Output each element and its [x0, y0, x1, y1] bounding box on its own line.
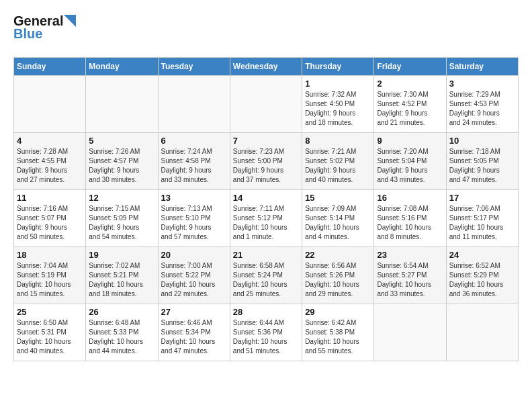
day-info: Sunrise: 7:15 AM Sunset: 5:09 PM Dayligh… — [89, 204, 154, 242]
calendar-cell: 6Sunrise: 7:24 AM Sunset: 4:58 PM Daylig… — [158, 133, 230, 190]
day-number: 10 — [449, 136, 515, 146]
header-cell-tuesday: Tuesday — [158, 58, 230, 76]
day-number: 7 — [233, 136, 299, 146]
calendar-cell — [14, 76, 86, 133]
day-info: Sunrise: 6:50 AM Sunset: 5:31 PM Dayligh… — [17, 318, 83, 356]
day-info: Sunrise: 7:04 AM Sunset: 5:19 PM Dayligh… — [17, 261, 83, 299]
day-info: Sunrise: 6:48 AM Sunset: 5:33 PM Dayligh… — [89, 318, 154, 356]
day-number: 25 — [17, 307, 83, 317]
day-number: 17 — [449, 193, 515, 203]
day-info: Sunrise: 7:16 AM Sunset: 5:07 PM Dayligh… — [17, 204, 83, 242]
day-number: 22 — [305, 250, 371, 260]
day-info: Sunrise: 7:32 AM Sunset: 4:50 PM Dayligh… — [305, 90, 371, 128]
calendar-cell: 12Sunrise: 7:15 AM Sunset: 5:09 PM Dayli… — [86, 190, 158, 247]
calendar-cell: 11Sunrise: 7:16 AM Sunset: 5:07 PM Dayli… — [14, 190, 86, 247]
day-number: 27 — [161, 307, 227, 317]
week-row-4: 18Sunrise: 7:04 AM Sunset: 5:19 PM Dayli… — [14, 247, 519, 304]
day-info: Sunrise: 7:24 AM Sunset: 4:58 PM Dayligh… — [161, 147, 227, 185]
week-row-5: 25Sunrise: 6:50 AM Sunset: 5:31 PM Dayli… — [14, 304, 519, 361]
calendar-cell — [446, 304, 518, 361]
day-info: Sunrise: 6:54 AM Sunset: 5:27 PM Dayligh… — [377, 261, 443, 299]
day-number: 20 — [161, 250, 227, 260]
calendar-cell: 21Sunrise: 6:58 AM Sunset: 5:24 PM Dayli… — [230, 247, 302, 304]
day-number: 18 — [17, 250, 83, 260]
logo: General Blue — [13, 13, 94, 50]
calendar-cell — [86, 76, 158, 133]
calendar-cell: 26Sunrise: 6:48 AM Sunset: 5:33 PM Dayli… — [86, 304, 158, 361]
day-number: 24 — [449, 250, 515, 260]
calendar-cell: 2Sunrise: 7:30 AM Sunset: 4:52 PM Daylig… — [374, 76, 446, 133]
day-info: Sunrise: 7:02 AM Sunset: 5:21 PM Dayligh… — [89, 261, 154, 299]
day-number: 4 — [17, 136, 83, 146]
day-info: Sunrise: 7:21 AM Sunset: 5:02 PM Dayligh… — [305, 147, 371, 185]
day-number: 5 — [89, 136, 154, 146]
week-row-2: 4Sunrise: 7:28 AM Sunset: 4:55 PM Daylig… — [14, 133, 519, 190]
calendar-cell: 16Sunrise: 7:08 AM Sunset: 5:16 PM Dayli… — [374, 190, 446, 247]
day-info: Sunrise: 7:28 AM Sunset: 4:55 PM Dayligh… — [17, 147, 83, 185]
day-number: 2 — [377, 79, 443, 89]
calendar-cell: 24Sunrise: 6:52 AM Sunset: 5:29 PM Dayli… — [446, 247, 518, 304]
day-number: 16 — [377, 193, 443, 203]
day-info: Sunrise: 7:11 AM Sunset: 5:12 PM Dayligh… — [233, 204, 299, 242]
calendar-cell — [374, 304, 446, 361]
calendar-table: SundayMondayTuesdayWednesdayThursdayFrid… — [13, 57, 519, 361]
header-cell-wednesday: Wednesday — [230, 58, 302, 76]
day-info: Sunrise: 7:00 AM Sunset: 5:22 PM Dayligh… — [161, 261, 227, 299]
calendar-cell — [158, 76, 230, 133]
day-number: 19 — [89, 250, 154, 260]
header-cell-sunday: Sunday — [14, 58, 86, 76]
calendar-cell: 1Sunrise: 7:32 AM Sunset: 4:50 PM Daylig… — [302, 76, 374, 133]
logo-triangle — [64, 15, 76, 27]
calendar-cell: 23Sunrise: 6:54 AM Sunset: 5:27 PM Dayli… — [374, 247, 446, 304]
header-cell-monday: Monday — [86, 58, 158, 76]
calendar-cell: 3Sunrise: 7:29 AM Sunset: 4:53 PM Daylig… — [446, 76, 518, 133]
calendar-cell: 9Sunrise: 7:20 AM Sunset: 5:04 PM Daylig… — [374, 133, 446, 190]
day-number: 23 — [377, 250, 443, 260]
calendar-cell: 17Sunrise: 7:06 AM Sunset: 5:17 PM Dayli… — [446, 190, 518, 247]
day-number: 6 — [161, 136, 227, 146]
calendar-cell: 22Sunrise: 6:56 AM Sunset: 5:26 PM Dayli… — [302, 247, 374, 304]
header-cell-thursday: Thursday — [302, 58, 374, 76]
day-number: 8 — [305, 136, 371, 146]
week-row-1: 1Sunrise: 7:32 AM Sunset: 4:50 PM Daylig… — [14, 76, 519, 133]
calendar-cell: 5Sunrise: 7:26 AM Sunset: 4:57 PM Daylig… — [86, 133, 158, 190]
calendar-cell: 27Sunrise: 6:46 AM Sunset: 5:34 PM Dayli… — [158, 304, 230, 361]
calendar-body: 1Sunrise: 7:32 AM Sunset: 4:50 PM Daylig… — [14, 76, 519, 361]
day-info: Sunrise: 7:06 AM Sunset: 5:17 PM Dayligh… — [449, 204, 515, 242]
calendar-cell: 14Sunrise: 7:11 AM Sunset: 5:12 PM Dayli… — [230, 190, 302, 247]
calendar-header: SundayMondayTuesdayWednesdayThursdayFrid… — [14, 58, 519, 76]
calendar-cell: 18Sunrise: 7:04 AM Sunset: 5:19 PM Dayli… — [14, 247, 86, 304]
day-info: Sunrise: 7:29 AM Sunset: 4:53 PM Dayligh… — [449, 90, 515, 128]
day-info: Sunrise: 7:20 AM Sunset: 5:04 PM Dayligh… — [377, 147, 443, 185]
day-info: Sunrise: 6:56 AM Sunset: 5:26 PM Dayligh… — [305, 261, 371, 299]
day-number: 3 — [449, 79, 515, 89]
logo-blue-text: Blue — [13, 26, 42, 42]
calendar-cell: 13Sunrise: 7:13 AM Sunset: 5:10 PM Dayli… — [158, 190, 230, 247]
calendar-cell: 19Sunrise: 7:02 AM Sunset: 5:21 PM Dayli… — [86, 247, 158, 304]
day-info: Sunrise: 7:18 AM Sunset: 5:05 PM Dayligh… — [449, 147, 515, 185]
day-info: Sunrise: 7:30 AM Sunset: 4:52 PM Dayligh… — [377, 90, 443, 128]
day-number: 28 — [233, 307, 299, 317]
calendar-cell: 20Sunrise: 7:00 AM Sunset: 5:22 PM Dayli… — [158, 247, 230, 304]
header-cell-saturday: Saturday — [446, 58, 518, 76]
calendar-cell: 10Sunrise: 7:18 AM Sunset: 5:05 PM Dayli… — [446, 133, 518, 190]
calendar-cell: 29Sunrise: 6:42 AM Sunset: 5:38 PM Dayli… — [302, 304, 374, 361]
day-number: 29 — [305, 307, 371, 317]
day-info: Sunrise: 6:44 AM Sunset: 5:36 PM Dayligh… — [233, 318, 299, 356]
day-number: 13 — [161, 193, 227, 203]
day-number: 11 — [17, 193, 83, 203]
day-info: Sunrise: 7:13 AM Sunset: 5:10 PM Dayligh… — [161, 204, 227, 242]
day-number: 21 — [233, 250, 299, 260]
day-info: Sunrise: 7:26 AM Sunset: 4:57 PM Dayligh… — [89, 147, 154, 185]
day-number: 9 — [377, 136, 443, 146]
week-row-3: 11Sunrise: 7:16 AM Sunset: 5:07 PM Dayli… — [14, 190, 519, 247]
header-row: SundayMondayTuesdayWednesdayThursdayFrid… — [14, 58, 519, 76]
day-info: Sunrise: 6:46 AM Sunset: 5:34 PM Dayligh… — [161, 318, 227, 356]
header: General Blue — [13, 13, 519, 50]
day-number: 15 — [305, 193, 371, 203]
calendar-cell: 25Sunrise: 6:50 AM Sunset: 5:31 PM Dayli… — [14, 304, 86, 361]
svg-marker-0 — [64, 15, 76, 27]
calendar-cell: 28Sunrise: 6:44 AM Sunset: 5:36 PM Dayli… — [230, 304, 302, 361]
calendar-cell: 7Sunrise: 7:23 AM Sunset: 5:00 PM Daylig… — [230, 133, 302, 190]
calendar-cell — [230, 76, 302, 133]
